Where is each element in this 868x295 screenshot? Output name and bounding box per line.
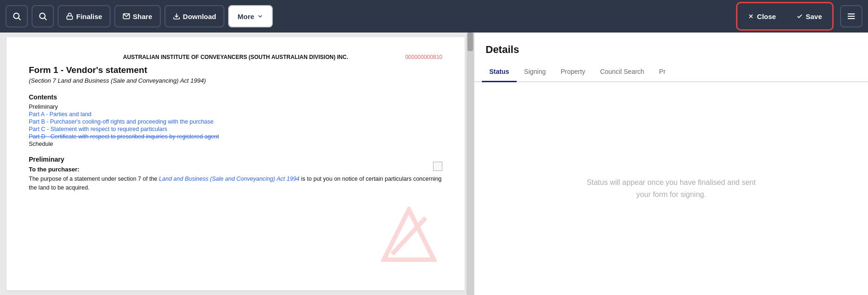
doc-contents-part-a[interactable]: Part A - Parties and land	[29, 111, 442, 118]
svg-line-3	[45, 18, 46, 20]
doc-institute-header: AUSTRALIAN INSTITUTE OF CONVEYANCERS (SO…	[29, 54, 442, 60]
toolbar: Finalise Share Download More Close	[0, 0, 868, 33]
download-icon	[173, 13, 180, 20]
watermark	[381, 207, 437, 262]
doc-contents-title: Contents	[29, 93, 442, 101]
doc-preliminary-title: Preliminary	[29, 156, 442, 163]
doc-purchaser-label: To the purchaser:	[29, 166, 442, 173]
doc-subtitle: (Section 7 Land and Business (Sale and C…	[29, 77, 442, 84]
envelope-icon	[123, 13, 130, 20]
more-button[interactable]: More	[228, 5, 273, 27]
details-title: Details	[474, 33, 868, 56]
doc-ref-number: 000000000810	[405, 54, 442, 60]
doc-checkbox-part-d[interactable]	[433, 162, 442, 171]
tab-property[interactable]: Property	[553, 63, 593, 82]
tab-partial[interactable]: Pr	[651, 63, 670, 82]
scrollbar-track[interactable]	[467, 33, 474, 295]
lock-icon	[66, 13, 73, 20]
doc-contents-preliminary: Preliminary	[29, 104, 442, 110]
scrollbar-thumb[interactable]	[467, 33, 473, 51]
share-button[interactable]: Share	[114, 5, 161, 27]
doc-contents-part-d[interactable]: Part D - Certificate with respect to pre…	[29, 133, 442, 140]
save-button[interactable]: Save	[788, 5, 830, 27]
doc-body-text-1: The purpose of a statement under section…	[29, 176, 159, 182]
hamburger-icon	[847, 12, 856, 21]
save-close-group: Close Save	[736, 2, 834, 31]
search-btn-1[interactable]	[6, 5, 28, 27]
details-content: Status will appear once you have finalis…	[474, 82, 868, 295]
document-page: AUSTRALIAN INSTITUTE OF CONVEYANCERS (SO…	[7, 37, 465, 290]
tab-status[interactable]: Status	[482, 63, 517, 82]
tab-signing[interactable]: Signing	[517, 63, 553, 82]
search-icon-1	[12, 12, 21, 21]
svg-rect-4	[67, 16, 72, 19]
menu-button[interactable]	[840, 5, 862, 27]
doc-body-text: The purpose of a statement under section…	[29, 175, 442, 192]
main-area: AUSTRALIAN INSTITUTE OF CONVEYANCERS (SO…	[0, 33, 868, 295]
details-tabs: Status Signing Property Council Search P…	[474, 63, 868, 82]
doc-body-link[interactable]: Land and Business (Sale and Conveyancing…	[159, 176, 300, 182]
tab-council-search[interactable]: Council Search	[592, 63, 651, 82]
doc-contents-part-c[interactable]: Part C - Statement with respect to requi…	[29, 126, 442, 132]
finalise-button[interactable]: Finalise	[58, 5, 111, 27]
status-message: Status will appear once you have finalis…	[587, 177, 756, 200]
document-panel: AUSTRALIAN INSTITUTE OF CONVEYANCERS (SO…	[0, 33, 474, 295]
download-button[interactable]: Download	[164, 5, 225, 27]
chevron-down-icon	[257, 13, 263, 20]
x-icon	[748, 13, 754, 20]
search-icon-2	[38, 12, 47, 21]
close-button[interactable]: Close	[739, 5, 784, 27]
doc-contents-part-b[interactable]: Part B - Purchaser's cooling-off rights …	[29, 118, 442, 125]
svg-line-1	[19, 18, 20, 20]
doc-contents-schedule: Schedule	[29, 141, 442, 147]
doc-title: Form 1 - Vendor's statement	[29, 65, 442, 75]
details-panel: Details Status Signing Property Council …	[474, 33, 868, 295]
search-btn-2[interactable]	[32, 5, 54, 27]
check-icon	[796, 13, 803, 20]
